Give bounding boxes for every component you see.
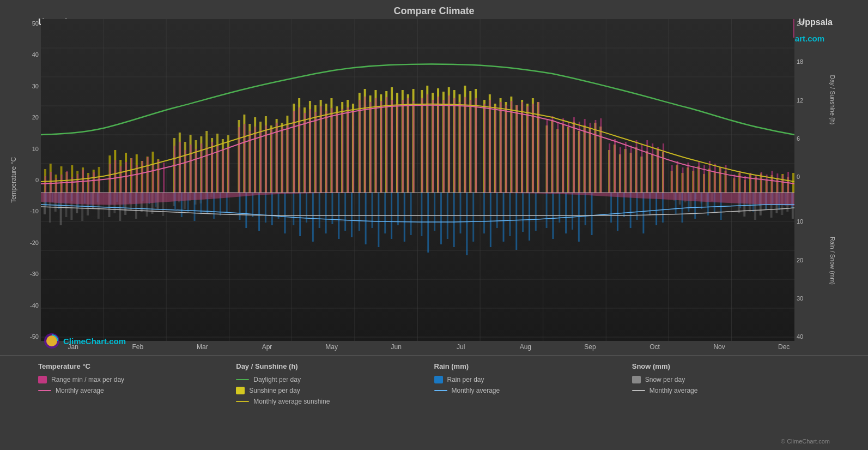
y-axis-right-bottom-label: Rain / Snow (mm)	[829, 217, 836, 304]
svg-rect-398	[538, 102, 539, 193]
y-axis-right-top: 24181260	[794, 19, 827, 180]
y-axis-right-bottom: 010203040	[794, 180, 827, 341]
legend-item-sunshine-day: Sunshine per day	[236, 387, 434, 394]
svg-rect-390	[495, 106, 496, 193]
svg-rect-344	[239, 127, 240, 193]
svg-rect-150	[578, 193, 580, 242]
svg-rect-339	[206, 147, 208, 193]
legend-temperature: Temperature °C Range min / max per day M…	[38, 362, 236, 405]
svg-rect-332	[163, 163, 165, 193]
svg-rect-431	[725, 165, 727, 193]
svg-rect-368	[370, 102, 372, 193]
svg-rect-317	[77, 174, 78, 193]
svg-rect-365	[353, 111, 354, 193]
svg-rect-430	[720, 167, 721, 193]
svg-rect-376	[413, 101, 415, 193]
month-mar: Mar	[170, 343, 235, 351]
svg-rect-116	[344, 193, 346, 231]
svg-rect-145	[546, 193, 548, 228]
month-jun: Jun	[364, 343, 429, 351]
svg-rect-360	[326, 111, 327, 193]
svg-rect-410	[609, 143, 610, 193]
month-nov: Nov	[687, 343, 752, 351]
svg-rect-393	[511, 101, 512, 193]
legend-item-temp-range: Range min / max per day	[38, 376, 236, 383]
svg-rect-429	[714, 164, 716, 193]
svg-rect-419	[657, 147, 659, 193]
svg-rect-107	[284, 193, 286, 233]
svg-rect-315	[66, 171, 68, 193]
page-title: Compare Climate	[0, 0, 868, 19]
svg-rect-366	[359, 100, 361, 193]
svg-rect-141	[515, 193, 517, 250]
legend-item-rain-avg: Monthly average	[434, 387, 632, 394]
legend-line-snow-avg	[632, 390, 645, 391]
svg-rect-127	[421, 193, 422, 236]
month-jul: Jul	[428, 343, 493, 351]
svg-rect-370	[380, 101, 382, 193]
svg-rect-387	[475, 98, 477, 193]
svg-rect-363	[342, 109, 343, 193]
svg-rect-125	[404, 193, 405, 242]
legend-label-rain-day: Rain per day	[447, 376, 484, 383]
svg-rect-154	[617, 193, 618, 231]
legend-line-daylight	[236, 379, 249, 380]
svg-rect-436	[755, 175, 757, 193]
svg-rect-333	[174, 146, 175, 193]
month-oct: Oct	[622, 343, 687, 351]
svg-rect-106	[278, 193, 280, 219]
legend-title-sunshine: Day / Sunshine (h)	[236, 362, 434, 370]
svg-rect-103	[258, 193, 260, 231]
svg-rect-133	[460, 193, 462, 233]
legend-swatch-temp-range	[38, 376, 47, 383]
legend-label-temp-range: Range min / max per day	[51, 376, 124, 383]
svg-rect-397	[532, 104, 534, 193]
svg-rect-373	[397, 104, 398, 193]
svg-rect-347	[254, 127, 256, 193]
legend-snow: Snow (mm) Snow per day Monthly average	[632, 362, 830, 405]
month-may: May	[299, 343, 364, 351]
svg-rect-108	[293, 193, 294, 225]
svg-point-446	[46, 335, 57, 346]
svg-rect-130	[440, 193, 442, 244]
svg-rect-375	[408, 98, 409, 193]
legend-swatch-snow	[632, 376, 641, 383]
svg-rect-113	[325, 193, 327, 233]
logo-bottom-left: ClimeChart.com	[44, 333, 126, 349]
svg-rect-439	[772, 171, 773, 193]
svg-rect-345	[244, 124, 245, 193]
legend-title-rain: Rain (mm)	[434, 362, 632, 370]
legend-line-sunshine-avg	[236, 401, 249, 402]
legend-title-temp: Temperature °C	[38, 362, 236, 370]
svg-rect-384	[459, 102, 461, 193]
svg-rect-399	[547, 120, 548, 193]
month-labels: Jan Feb Mar Apr May Jun Jul Aug Sep Oct …	[41, 341, 816, 353]
svg-rect-342	[222, 150, 224, 193]
svg-rect-391	[500, 102, 502, 193]
legend-label-sunshine-day: Sunshine per day	[249, 387, 300, 394]
svg-rect-417	[646, 140, 648, 193]
svg-rect-405	[579, 122, 580, 193]
y-axis-left-ticks: 50403020100-10-20-30-40-50	[19, 19, 41, 341]
legend-rain: Rain (mm) Rain per day Monthly average	[434, 362, 632, 405]
svg-rect-422	[677, 161, 678, 193]
legend-item-rain-day: Rain per day	[434, 376, 632, 383]
svg-rect-336	[190, 145, 192, 193]
svg-rect-139	[503, 193, 505, 242]
svg-rect-424	[687, 163, 689, 193]
svg-rect-412	[620, 147, 621, 193]
svg-rect-362	[336, 112, 338, 193]
month-aug: Aug	[493, 343, 558, 351]
legend-item-snow-day: Snow per day	[632, 376, 830, 383]
month-sep: Sep	[558, 343, 623, 351]
svg-rect-341	[217, 146, 218, 193]
legend-item-daylight: Daylight per day	[236, 376, 434, 383]
svg-rect-340	[211, 142, 213, 193]
svg-rect-414	[630, 146, 632, 193]
svg-rect-380	[438, 97, 439, 193]
svg-rect-132	[453, 193, 455, 247]
svg-rect-400	[551, 116, 553, 193]
svg-rect-137	[490, 193, 491, 247]
svg-rect-394	[516, 105, 518, 193]
svg-rect-369	[375, 98, 377, 193]
